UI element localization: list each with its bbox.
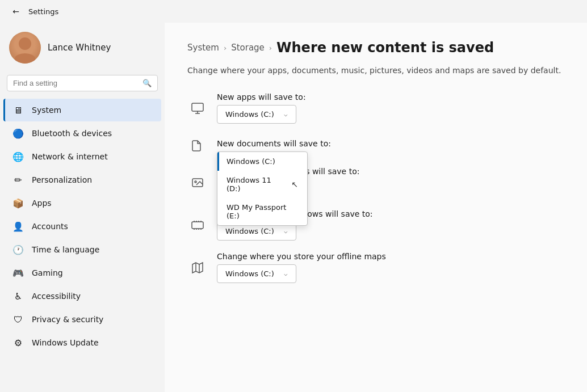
cursor: ↖ [291, 180, 298, 189]
accessibility-icon: ♿ [12, 290, 24, 302]
nav-label-network: Network & internet [32, 152, 108, 161]
page-title: Where new content is saved [276, 40, 494, 56]
sidebar-item-update[interactable]: ⚙ Windows Update [3, 331, 161, 354]
new-documents-content: New documents will save to:Windows (C:)W… [217, 139, 564, 151]
page-description: Change where your apps, documents, music… [187, 65, 564, 77]
offline-maps-dropdown[interactable]: Windows (C:)⌵ [217, 264, 296, 283]
nav-label-personalization: Personalization [32, 175, 92, 184]
nav-label-accounts: Accounts [32, 222, 68, 231]
new-documents-menu-item-1[interactable]: Windows 11 (D:) ↖ [217, 171, 307, 198]
new-documents-menu-item-2[interactable]: WD My Passport (E:) [217, 198, 307, 225]
new-documents-dropdown-menu: Windows (C:)Windows 11 (D:) ↖WD My Passp… [217, 151, 308, 226]
svg-rect-0 [192, 103, 203, 111]
nav-label-privacy: Privacy & security [32, 315, 103, 324]
nav-label-time: Time & language [32, 245, 99, 254]
nav-label-gaming: Gaming [32, 268, 63, 277]
offline-maps-icon [187, 258, 208, 278]
search-container: 🔍 [0, 75, 165, 98]
nav-items: 🖥 System 🔵 Bluetooth & devices 🌐 Network… [0, 98, 165, 355]
sidebar-item-system[interactable]: 🖥 System [3, 99, 161, 121]
user-profile[interactable]: Lance Whitney [0, 23, 165, 75]
settings-rows: New apps will save to:Windows (C:)⌵New d… [187, 92, 564, 283]
nav-label-system: System [32, 106, 61, 115]
content-area: System › Storage › Where new content is … [165, 23, 587, 392]
offline-maps-label: Change where you store your offline maps [217, 252, 564, 261]
main-layout: Lance Whitney 🔍 🖥 System 🔵 Bluetooth & d… [0, 23, 587, 392]
breadcrumb-sep-2: › [269, 44, 272, 52]
nav-label-accessibility: Accessibility [32, 292, 81, 301]
new-apps-label: New apps will save to: [217, 92, 564, 102]
network-icon: 🌐 [12, 151, 24, 162]
user-name: Lance Whitney [48, 43, 111, 53]
nav-label-update: Windows Update [32, 338, 99, 347]
sidebar-item-privacy[interactable]: 🛡 Privacy & security [3, 308, 161, 331]
sidebar: Lance Whitney 🔍 🖥 System 🔵 Bluetooth & d… [0, 23, 165, 392]
chevron-down-icon: ⌵ [284, 111, 288, 118]
accounts-icon: 👤 [12, 221, 24, 232]
offline-maps-content: Change where you store your offline maps… [217, 252, 564, 283]
new-photos-icon [187, 172, 208, 193]
privacy-icon: 🛡 [12, 314, 24, 325]
settings-row-new-documents: New documents will save to:Windows (C:)W… [187, 135, 564, 155]
back-button[interactable]: ← [9, 5, 23, 18]
apps-icon: 📦 [12, 197, 24, 209]
chevron-down-icon: ⌵ [284, 227, 288, 235]
nav-label-bluetooth: Bluetooth & devices [32, 129, 112, 138]
new-documents-icon [187, 135, 208, 155]
chevron-down-icon: ⌵ [284, 270, 288, 277]
gaming-icon: 🎮 [12, 267, 24, 279]
new-apps-content: New apps will save to:Windows (C:)⌵ [217, 92, 564, 124]
time-icon: 🕐 [12, 244, 24, 255]
sidebar-item-accounts[interactable]: 👤 Accounts [3, 215, 161, 238]
update-icon: ⚙ [12, 337, 24, 348]
sidebar-item-time[interactable]: 🕐 Time & language [3, 238, 161, 261]
menu-label: Windows 11 (D:) [227, 176, 287, 193]
breadcrumb: System › Storage › Where new content is … [187, 40, 564, 56]
dropdown-value: Windows (C:) [225, 110, 274, 119]
sidebar-item-apps[interactable]: 📦 Apps [3, 192, 161, 214]
dropdown-value: Windows (C:) [225, 269, 274, 278]
avatar-image [9, 32, 41, 64]
new-documents-menu-item-0[interactable]: Windows (C:) [217, 152, 307, 171]
new-movies-icon [187, 215, 208, 235]
sidebar-item-personalization[interactable]: ✏ Personalization [3, 168, 161, 191]
sidebar-item-network[interactable]: 🌐 Network & internet [3, 145, 161, 168]
search-box[interactable]: 🔍 [7, 75, 158, 91]
new-documents-label: New documents will save to: [217, 139, 564, 148]
title-bar: ← Settings [0, 0, 587, 23]
avatar [9, 32, 41, 64]
breadcrumb-storage[interactable]: Storage [231, 43, 265, 53]
breadcrumb-system[interactable]: System [187, 43, 219, 53]
search-input[interactable] [13, 79, 138, 87]
app-title: Settings [28, 7, 58, 16]
nav-label-apps: Apps [32, 199, 52, 208]
sidebar-item-gaming[interactable]: 🎮 Gaming [3, 262, 161, 284]
dropdown-value: Windows (C:) [225, 227, 274, 235]
svg-rect-3 [192, 222, 203, 229]
sidebar-item-accessibility[interactable]: ♿ Accessibility [3, 285, 161, 307]
settings-row-offline-maps: Change where you store your offline maps… [187, 252, 564, 283]
bluetooth-icon: 🔵 [12, 128, 24, 139]
svg-point-2 [195, 181, 196, 183]
breadcrumb-sep-1: › [224, 44, 227, 52]
new-apps-icon [187, 98, 208, 119]
sidebar-item-bluetooth[interactable]: 🔵 Bluetooth & devices [3, 122, 161, 145]
search-icon: 🔍 [142, 79, 152, 87]
system-icon: 🖥 [12, 104, 24, 116]
personalization-icon: ✏ [12, 174, 24, 186]
settings-row-new-apps: New apps will save to:Windows (C:)⌵ [187, 92, 564, 124]
new-apps-dropdown[interactable]: Windows (C:)⌵ [217, 105, 296, 124]
